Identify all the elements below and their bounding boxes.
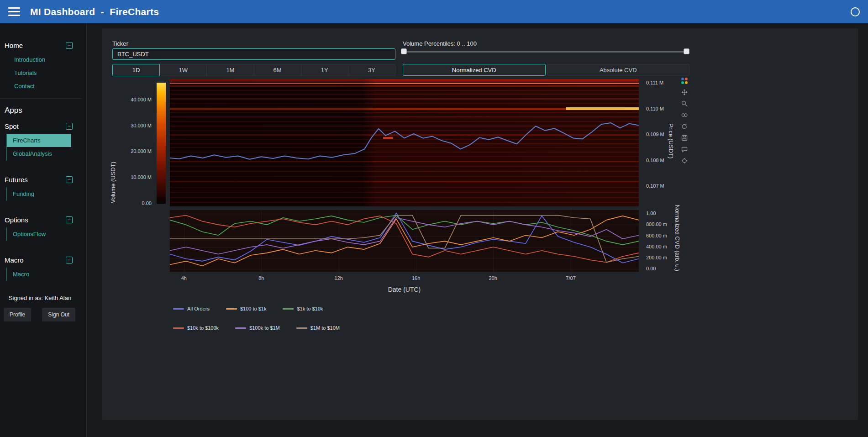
sidebar-item-introduction[interactable]: Introduction (6, 53, 86, 66)
sidebar-section-macro: Macro − (0, 253, 86, 267)
collapse-icon[interactable]: − (66, 216, 73, 223)
volume-percentile-slider[interactable] (401, 48, 689, 55)
range-button-6m[interactable]: 6M (254, 64, 301, 76)
axis-tick: 0.110 M (646, 106, 664, 111)
cvd-mode-buttons: Normalized CVD Absolute CVD (403, 64, 689, 76)
axis-tick: 40.000 M (131, 97, 152, 102)
price-line (170, 123, 639, 159)
section-label: Futures (5, 176, 28, 184)
cvd-axis: 1.00800.00 m600.00 m400.00 m200.00 m0.00 (646, 210, 678, 272)
sidebar-section-futures: Futures − (0, 173, 86, 186)
slider-handle-min[interactable] (401, 48, 407, 54)
axis-tick: 800.00 m (646, 221, 667, 227)
account-buttons: Profile Sign Out (0, 301, 86, 321)
legend-swatch (235, 327, 246, 329)
legend-row: $10k to $100k$100k to $1M$1M to $10M (173, 325, 356, 331)
legend-item[interactable]: $100 to $1k (226, 306, 267, 311)
signout-button[interactable]: Sign Out (42, 308, 75, 321)
nav-group-home: Introduction Tutorials Contact (6, 53, 86, 93)
axis-tick: 0.109 M (646, 132, 664, 137)
collapse-icon[interactable]: − (66, 42, 73, 49)
slider-track[interactable] (404, 51, 687, 53)
price-axis-title: Price (USDT) (668, 123, 674, 158)
x-axis-title: Date (UTC) (170, 286, 639, 293)
x-axis-tick: 4h (181, 275, 187, 281)
legend-label: $100k to $1M (249, 325, 280, 331)
volume-heatmap-plot[interactable] (170, 79, 639, 206)
sidebar-section-options: Options − (0, 213, 86, 226)
comment-icon[interactable] (680, 145, 689, 153)
legend-swatch (173, 308, 184, 310)
sidebar-item-tutorials[interactable]: Tutorials (6, 66, 86, 79)
range-button-1m[interactable]: 1M (206, 64, 254, 76)
price-line-layer (170, 79, 639, 206)
legend-row: All Orders$100 to $1k$1k to $10k (173, 306, 356, 311)
sidebar-item-optionsflow[interactable]: OptionsFlow (7, 227, 71, 241)
nav-group-spot: FireCharts GlobalAnalysis (6, 134, 86, 160)
axis-tick: 400.00 m (646, 244, 667, 249)
ticker-input[interactable] (112, 48, 395, 60)
collapse-icon[interactable]: − (66, 123, 73, 130)
legend-item[interactable]: $1M to $10M (296, 325, 340, 331)
reset-axes-icon[interactable] (680, 122, 689, 131)
axis-tick: 30.000 M (131, 123, 152, 128)
axis-tick: 0.111 M (646, 80, 663, 85)
legend-swatch (296, 327, 307, 329)
axis-tick: 0.108 M (646, 158, 664, 163)
sidebar: Home − Introduction Tutorials Contact Ap… (0, 23, 87, 437)
axis-tick: 0.107 M (646, 183, 664, 189)
cvd-line--100k-to-1m (170, 218, 639, 254)
x-axis-tick: 7/07 (566, 275, 575, 281)
legend-item[interactable]: $10k to $100k (173, 325, 219, 331)
time-range-buttons: 1D 1W 1M 6M 1Y 3Y (112, 64, 395, 76)
sidebar-section-home: Home − (0, 39, 86, 52)
x-axis-tick: 12h (335, 275, 343, 281)
slider-handle-max[interactable] (684, 48, 689, 54)
app-header: MI Dashboard - FireCharts (0, 0, 868, 23)
colorbar-axis: 40.000 M30.000 M20.000 M10.000 M0.00 (119, 83, 154, 204)
legend-swatch (226, 308, 237, 310)
nav-group-macro: Macro (6, 268, 86, 281)
collapse-icon[interactable]: − (66, 176, 73, 183)
divider (0, 98, 82, 99)
axis-tick: 600.00 m (646, 233, 667, 238)
spikelines-icon[interactable] (680, 157, 689, 165)
normalized-cvd-button[interactable]: Normalized CVD (403, 64, 546, 76)
main-area: Ticker Volume Percentiles: 0 .. 100 1D 1… (87, 23, 868, 437)
plotly-logo-icon[interactable] (680, 77, 689, 85)
axis-tick: 200.00 m (646, 255, 667, 260)
app-root: MI Dashboard - FireCharts Home − Introdu… (0, 0, 868, 437)
sidebar-item-globalanalysis[interactable]: GlobalAnalysis (7, 147, 71, 160)
hover-compare-icon[interactable] (680, 111, 689, 119)
save-icon[interactable] (680, 134, 689, 142)
range-button-3y[interactable]: 3Y (348, 64, 395, 76)
volume-colorbar (157, 83, 166, 204)
app-title: MI Dashboard - FireCharts (30, 6, 159, 17)
sidebar-item-firecharts[interactable]: FireCharts (7, 134, 71, 147)
volume-percentiles-label: Volume Percentiles: 0 .. 100 (403, 40, 477, 47)
x-axis-tick: 16h (412, 275, 420, 281)
sidebar-item-contact[interactable]: Contact (6, 79, 86, 93)
absolute-cvd-button[interactable]: Absolute CVD (547, 64, 690, 76)
collapse-icon[interactable]: − (66, 257, 73, 263)
axis-tick: 20.000 M (131, 148, 152, 154)
cvd-axis-title: Normalized CVD (arb. u.) (674, 205, 681, 271)
sidebar-item-macro[interactable]: Macro (7, 268, 71, 281)
section-label: Options (5, 216, 28, 224)
x-axis-tick: 20h (489, 275, 497, 281)
menu-button[interactable] (8, 7, 20, 16)
range-button-1y[interactable]: 1Y (301, 64, 348, 76)
sidebar-item-funding[interactable]: Funding (7, 187, 71, 200)
profile-button[interactable]: Profile (4, 308, 31, 321)
volume-axis-title: Volume (USDT) (110, 162, 116, 203)
pan-icon[interactable] (680, 88, 689, 96)
range-button-1w[interactable]: 1W (159, 64, 207, 76)
chart-legend: All Orders$100 to $1k$1k to $10k $10k to… (173, 306, 356, 344)
legend-item[interactable]: $100k to $1M (235, 325, 280, 331)
cvd-line-plot[interactable] (170, 210, 639, 272)
legend-item[interactable]: $1k to $10k (283, 306, 323, 311)
body-row: Home − Introduction Tutorials Contact Ap… (0, 23, 868, 437)
range-button-1d[interactable]: 1D (112, 64, 160, 76)
box-zoom-icon[interactable] (680, 100, 689, 108)
legend-item[interactable]: All Orders (173, 306, 210, 311)
